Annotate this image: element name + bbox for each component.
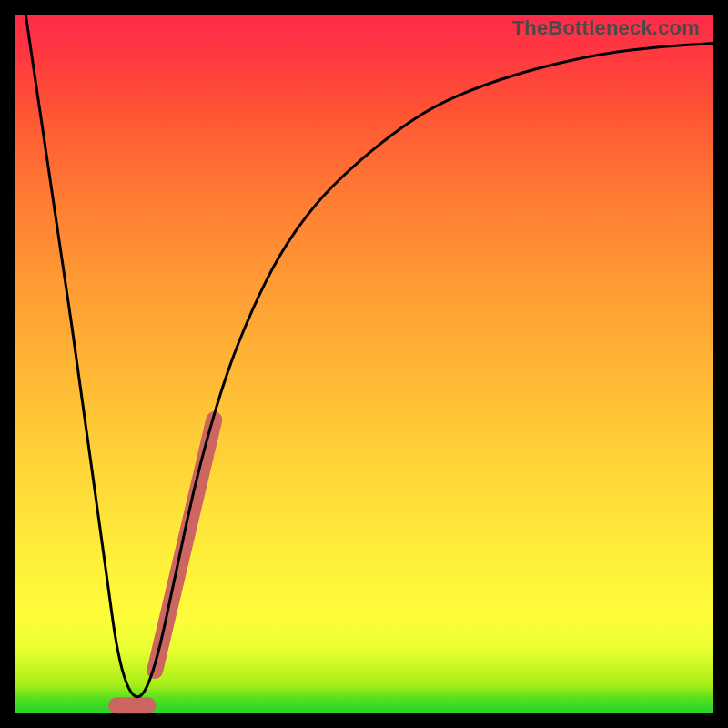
chart-overlay <box>15 15 713 713</box>
chart-frame: TheBottleneck.com <box>0 0 728 728</box>
plot-area: TheBottleneck.com <box>15 15 713 713</box>
bottleneck-curve <box>15 0 713 697</box>
